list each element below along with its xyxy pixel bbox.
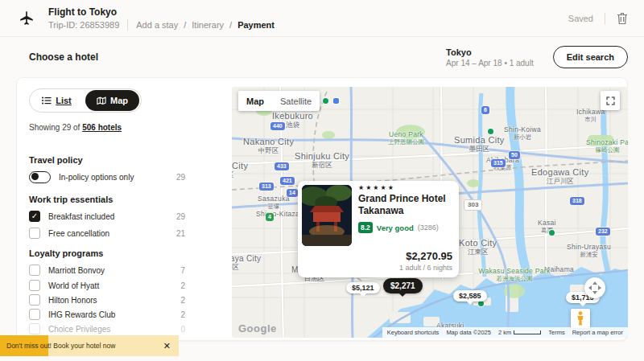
in-policy-count: 29 (176, 173, 185, 182)
search-toolbar: Choose a hotel Tokyo Apr 14 – Apr 18 • 1… (0, 37, 644, 77)
pan-control[interactable] (584, 277, 605, 298)
keyboard-shortcuts-link[interactable]: Keyboard shortcuts (387, 329, 440, 336)
hilton-label: Hilton Honors (48, 296, 97, 305)
breadcrumb: Add a stay / Itinerary / Payment (136, 20, 275, 30)
breakfast-label: Breakfast included (48, 212, 114, 221)
top-header: Flight to Tokyo Trip-ID: 26853989 Add a … (0, 0, 644, 37)
breadcrumb-add-a-stay[interactable]: Add a stay (136, 20, 178, 30)
breadcrumb-payment[interactable]: Payment (237, 20, 275, 30)
trip-id: Trip-ID: 26853989 (48, 20, 119, 30)
ihg-count: 2 (180, 310, 185, 319)
trip-info: Flight to Tokyo Trip-ID: 26853989 Add a … (48, 6, 275, 31)
map-container[interactable]: Ikebukuro池袋 Nakano City中野区 Shinjuku City… (232, 87, 628, 338)
search-summary: Tokyo Apr 14 – Apr 18 • 1 adult (446, 47, 534, 68)
price-pin[interactable]: $2,585 (453, 290, 487, 302)
hotel-price-detail: 1 adult / 6 nights (399, 264, 452, 272)
results-count-link[interactable]: 506 hotels (82, 123, 122, 132)
edit-search-button[interactable]: Edit search (553, 46, 628, 68)
divider (605, 13, 605, 24)
map-icon (97, 96, 106, 105)
hilton-checkbox[interactable] (29, 294, 40, 306)
map-view-button[interactable]: Map (85, 90, 139, 111)
filters-sidebar: List Map Showing 29 of 506 hotels Travel… (29, 77, 185, 341)
free-cancellation-checkbox[interactable] (29, 228, 40, 239)
review-count: (3286) (418, 224, 439, 232)
loyalty-heading: Loyalty programs (29, 248, 103, 258)
fullscreen-button[interactable] (601, 91, 620, 110)
free-cancellation-count: 21 (176, 229, 185, 238)
trip-title: Flight to Tokyo (48, 6, 275, 18)
breadcrumb-separator: / (184, 20, 186, 30)
map-type-map-button[interactable]: Map (238, 96, 272, 106)
hyatt-checkbox[interactable] (29, 280, 40, 291)
marriott-checkbox[interactable] (29, 265, 40, 276)
hilton-count: 2 (180, 296, 185, 305)
breadcrumb-separator: / (229, 20, 232, 30)
in-policy-filter-row: In-policy options only 29 (29, 170, 185, 183)
destination-label: Tokyo (446, 47, 534, 57)
breakfast-filter-row: ✓ Breakfast included 29 (29, 210, 185, 223)
loyalty-row-hilton: Hilton Honors 2 (29, 293, 185, 306)
saved-status: Saved (568, 14, 593, 23)
dates-occupancy-label: Apr 14 – Apr 18 • 1 adult (446, 59, 534, 68)
hyatt-count: 2 (180, 281, 185, 290)
map-view-label: Map (110, 96, 128, 105)
map-type-satellite-button[interactable]: Satellite (272, 96, 320, 106)
report-map-error-link[interactable]: Report a map error (572, 329, 623, 336)
hyatt-label: World of Hyatt (48, 281, 99, 290)
map-scale: 2 km (498, 329, 541, 336)
travel-policy-heading: Travel policy (29, 155, 83, 165)
list-view-label: List (56, 96, 72, 105)
promo-banner: Don't miss out! Book your hotel now ✕ (0, 335, 179, 356)
airplane-icon (16, 8, 37, 29)
pegman-streetview-button[interactable] (571, 309, 590, 328)
hotel-name: Grand Prince Hotel Takanawa (358, 193, 452, 217)
hotel-photo (302, 185, 352, 246)
price-pin[interactable]: $5,121 (346, 282, 380, 293)
breakfast-count: 29 (176, 212, 185, 221)
map-data-label: Map data ©2025 (446, 329, 491, 336)
list-icon (42, 96, 52, 105)
rating-text: Very good (377, 224, 414, 232)
results-count-prefix: Showing 29 of (29, 123, 80, 132)
free-cancellation-filter-row: Free cancellation 21 (29, 227, 185, 240)
map-attribution: Keyboard shortcuts Map data ©2025 2 km T… (382, 327, 628, 338)
work-essentials-heading: Work trip essentials (29, 195, 113, 204)
in-policy-toggle[interactable] (29, 171, 51, 183)
choice-label: Choice Privileges (48, 325, 110, 334)
hotel-popup-card[interactable]: ★★★★★ Grand Prince Hotel Takanawa 8.2 Ve… (298, 181, 459, 277)
loyalty-row-marriott: Marriott Bonvoy 7 (29, 264, 185, 277)
divider (127, 19, 128, 31)
map-type-control: Map Satellite (238, 91, 320, 111)
ihg-checkbox[interactable] (29, 309, 40, 320)
choice-checkbox[interactable] (29, 323, 40, 334)
rating-badge: 8.2 (358, 222, 373, 233)
choice-count: 0 (180, 325, 185, 334)
app-root: Flight to Tokyo Trip-ID: 26853989 Add a … (0, 0, 644, 361)
price-pin-selected[interactable]: $2,271 (383, 278, 423, 293)
marriott-label: Marriott Bonvoy (48, 266, 105, 275)
breadcrumb-itinerary[interactable]: Itinerary (192, 20, 224, 30)
results-count: Showing 29 of 506 hotels (29, 123, 122, 132)
view-toggle: List Map (29, 88, 142, 113)
marriott-count: 7 (180, 266, 185, 275)
loyalty-row-choice: Choice Privileges 0 (29, 322, 185, 335)
hotel-price: $2,270.95 (399, 250, 452, 262)
page-title: Choose a hotel (29, 51, 98, 63)
banner-close-button[interactable]: ✕ (155, 341, 179, 351)
in-policy-label: In-policy options only (59, 173, 134, 182)
check-icon: ✓ (31, 212, 38, 220)
banner-text: Don't miss out! Book your hotel now (0, 342, 115, 350)
breakfast-checkbox[interactable]: ✓ (29, 211, 40, 222)
free-cancellation-label: Free cancellation (48, 229, 109, 238)
loyalty-row-ihg: IHG Rewards Club 2 (29, 308, 185, 321)
list-view-button[interactable]: List (30, 89, 84, 112)
ihg-label: IHG Rewards Club (48, 310, 115, 319)
trash-icon[interactable] (617, 12, 628, 25)
hotel-stars: ★★★★★ (358, 184, 452, 191)
terms-link[interactable]: Terms (548, 329, 564, 336)
loyalty-row-hyatt: World of Hyatt 2 (29, 279, 185, 292)
google-logo: Google (238, 322, 277, 334)
